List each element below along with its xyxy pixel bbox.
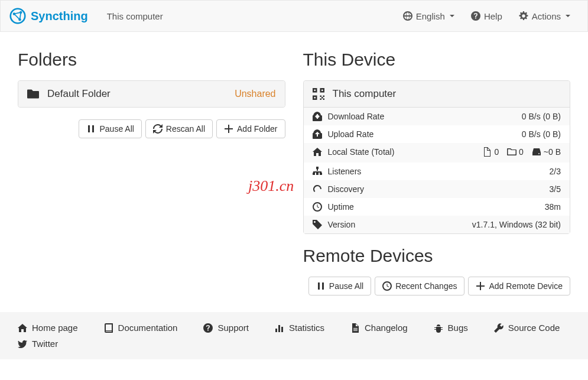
book-icon — [104, 323, 113, 333]
folders-heading: Folders — [18, 50, 285, 70]
discovery-row: Discovery3/5 — [304, 180, 570, 198]
docs-link[interactable]: Documentation — [104, 323, 178, 333]
home-icon — [18, 323, 27, 333]
folders-column: Folders Default Folder Unshared Pause Al… — [18, 50, 285, 306]
twitter-icon — [18, 339, 27, 349]
refresh-icon — [153, 124, 163, 134]
qr-icon — [313, 88, 324, 100]
language-dropdown[interactable]: English — [395, 11, 463, 21]
folder-row[interactable]: Default Folder Unshared — [18, 81, 285, 107]
recent-changes-button[interactable]: Recent Changes — [375, 277, 464, 295]
file-icon — [482, 147, 492, 157]
device-name-nav: This computer — [100, 11, 170, 21]
this-device-heading: This Device — [303, 50, 571, 70]
discovery-icon — [313, 184, 322, 194]
clock-icon — [382, 281, 392, 291]
upload-icon — [313, 129, 322, 139]
twitter-link[interactable]: Twitter — [18, 339, 570, 349]
help-icon — [203, 323, 213, 333]
brand-logo[interactable]: Syncthing — [9, 8, 88, 24]
globe-icon — [403, 11, 412, 21]
download-rate-row: Download Rate0 B/s (0 B) — [304, 108, 570, 125]
add-remote-device-button[interactable]: Add Remote Device — [468, 277, 570, 295]
navbar: Syncthing This computer English Help Act… — [0, 0, 588, 32]
folder-status: Unshared — [235, 89, 275, 99]
changelog-link[interactable]: Changelog — [350, 323, 408, 333]
plus-icon — [476, 281, 485, 291]
folder-name: Default Folder — [47, 88, 111, 100]
remote-pause-all-button[interactable]: Pause All — [308, 277, 371, 295]
pause-icon — [316, 281, 326, 291]
cog-icon — [519, 11, 528, 21]
pause-icon — [86, 124, 96, 134]
svg-point-0 — [11, 9, 25, 24]
brand-text: Syncthing — [31, 9, 88, 23]
remote-devices-heading: Remote Devices — [303, 246, 571, 266]
device-panel-title: This computer — [333, 88, 397, 100]
bars-icon — [275, 323, 284, 333]
footer: Home page Documentation Support Statisti… — [0, 312, 588, 359]
source-link[interactable]: Source Code — [494, 323, 560, 333]
stats-link[interactable]: Statistics — [275, 323, 324, 333]
bug-icon — [434, 323, 443, 333]
folder-panel: Default Folder Unshared — [18, 80, 285, 108]
local-state-row: Local State (Total) 0 0 ~0 B — [304, 143, 570, 163]
rescan-all-button[interactable]: Rescan All — [145, 119, 213, 138]
wrench-icon — [494, 323, 503, 333]
hdd-icon — [532, 147, 541, 157]
bugs-link[interactable]: Bugs — [434, 323, 468, 333]
caret-icon — [450, 15, 454, 17]
home-icon — [313, 147, 322, 157]
file-icon — [350, 323, 360, 333]
add-folder-button[interactable]: Add Folder — [216, 119, 285, 138]
version-row: Versionv1.7.1, Windows (32 bit) — [304, 216, 570, 233]
clock-icon — [313, 202, 322, 212]
support-link[interactable]: Support — [203, 323, 249, 333]
tag-icon — [313, 220, 322, 229]
listeners-row: Listeners2/3 — [304, 163, 570, 180]
caret-icon — [566, 15, 570, 17]
home-link[interactable]: Home page — [18, 323, 78, 333]
folder-icon — [27, 88, 39, 100]
download-icon — [313, 112, 322, 121]
plus-icon — [224, 124, 233, 134]
actions-dropdown[interactable]: Actions — [511, 11, 579, 21]
device-panel-header[interactable]: This computer — [304, 81, 570, 108]
folder-open-icon — [507, 147, 516, 157]
pause-all-button[interactable]: Pause All — [79, 119, 141, 138]
uptime-row: Uptime38m — [304, 198, 570, 216]
sitemap-icon — [313, 167, 322, 176]
help-icon — [471, 11, 480, 21]
upload-rate-row: Upload Rate0 B/s (0 B) — [304, 125, 570, 143]
device-stats-table: Download Rate0 B/s (0 B) Upload Rate0 B/… — [304, 108, 570, 233]
help-link[interactable]: Help — [463, 11, 511, 21]
device-panel: This computer Download Rate0 B/s (0 B) U… — [303, 80, 571, 234]
device-column: This Device This computer Download Rate0… — [303, 50, 571, 306]
